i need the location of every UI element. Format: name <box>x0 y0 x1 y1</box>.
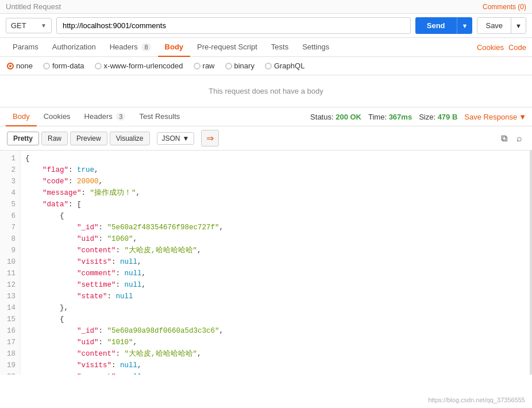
size-value: 479 B <box>438 113 458 121</box>
code-line: "visits": null, <box>25 256 525 268</box>
res-tab-cookies[interactable]: Cookies <box>37 107 78 126</box>
code-link[interactable]: Code <box>508 43 526 52</box>
save-button-group: Save ▼ <box>477 17 526 34</box>
save-dropdown-button[interactable]: ▼ <box>511 18 526 33</box>
viewer-toolbar: Pretty Raw Preview Visualize JSON ▼ ⇒ ⧉ … <box>0 126 532 151</box>
code-line: "content": "大哈皮,哈哈哈哈哈", <box>25 245 525 256</box>
url-input[interactable] <box>56 17 411 34</box>
radio-form-data-label: form-data <box>52 61 84 70</box>
radio-binary[interactable]: binary <box>225 61 255 70</box>
radio-graphql-label: GraphQL <box>274 61 304 70</box>
code-line: "content": "大哈皮,哈哈哈哈哈", <box>25 348 525 360</box>
response-tabs: Body Cookies Headers 3 Test Results Stat… <box>0 107 532 126</box>
viewer-toolbar-right: ⧉ ⌕ <box>498 132 525 145</box>
tab-headers[interactable]: Headers 8 <box>103 38 158 57</box>
status-label: Status: 200 OK <box>310 113 361 121</box>
radio-none[interactable]: none <box>7 61 33 70</box>
title-bar: Untitled Request Comments (0) <box>0 0 532 14</box>
code-line: { <box>25 210 525 222</box>
radio-raw-dot <box>194 63 201 70</box>
radio-graphql[interactable]: GraphQL <box>265 61 304 70</box>
code-line: "data": [ <box>25 199 525 210</box>
radio-none-label: none <box>16 61 33 70</box>
save-button[interactable]: Save <box>477 18 511 33</box>
radio-binary-dot <box>225 63 232 70</box>
res-tab-headers[interactable]: Headers 3 <box>78 107 133 126</box>
wrap-button[interactable]: ⇒ <box>201 130 219 147</box>
code-line: "_id": "5e60a2f48354676f98ec727f", <box>25 222 525 233</box>
status-value: 200 OK <box>336 113 361 121</box>
code-line: "flag": true, <box>25 164 525 176</box>
radio-form-data[interactable]: form-data <box>43 61 84 70</box>
code-line: { <box>25 153 525 164</box>
view-raw-button[interactable]: Raw <box>41 132 68 145</box>
code-line: "visits": null, <box>25 360 525 371</box>
code-line: "comment": null, <box>25 268 525 279</box>
code-line: "uid": "1010", <box>25 337 525 348</box>
radio-raw[interactable]: raw <box>194 61 215 70</box>
radio-urlencoded-label: x-www-form-urlencoded <box>104 61 183 70</box>
radio-binary-label: binary <box>234 61 255 70</box>
no-body-message: This request does not have a body <box>0 75 532 107</box>
radio-urlencoded-dot <box>95 63 102 70</box>
format-label: JSON <box>162 134 180 143</box>
search-button[interactable]: ⌕ <box>514 132 525 145</box>
format-chevron-icon: ▼ <box>183 134 190 143</box>
method-select[interactable]: GET ▼ <box>6 18 52 33</box>
code-line: "comment": null, <box>25 371 525 375</box>
code-line: { <box>25 314 525 325</box>
format-select[interactable]: JSON ▼ <box>157 132 195 145</box>
send-button[interactable]: Send <box>415 17 457 34</box>
radio-form-data-dot <box>43 63 50 70</box>
request-bar: GET ▼ Send ▼ Save ▼ <box>0 14 532 38</box>
response-status: Status: 200 OK Time: 367ms Size: 479 B S… <box>310 113 526 121</box>
code-content[interactable]: { "flag": true, "code": 20000, "message"… <box>21 151 530 375</box>
code-line: }, <box>25 302 525 314</box>
send-dropdown-button[interactable]: ▼ <box>457 17 473 34</box>
code-line: "_id": "5e60a90a98df0660a5d3c3c6", <box>25 325 525 337</box>
code-line: "state": null <box>25 291 525 302</box>
tab-params[interactable]: Params <box>6 38 45 57</box>
tab-body[interactable]: Body <box>158 38 191 57</box>
time-label: Time: 367ms <box>368 113 412 121</box>
tab-authorization[interactable]: Authorization <box>45 38 103 57</box>
view-pretty-button[interactable]: Pretty <box>7 132 39 145</box>
code-line: "settime": null, <box>25 279 525 291</box>
tab-settings[interactable]: Settings <box>295 38 336 57</box>
copy-button[interactable]: ⧉ <box>498 132 510 145</box>
radio-none-dot <box>7 63 14 70</box>
save-response-chevron-icon: ▼ <box>519 113 526 121</box>
radio-raw-label: raw <box>203 61 215 70</box>
method-chevron-icon: ▼ <box>41 22 47 29</box>
comments-link[interactable]: Comments (0) <box>483 3 526 11</box>
cookies-link[interactable]: Cookies <box>477 43 504 52</box>
send-button-group: Send ▼ <box>415 17 473 34</box>
radio-graphql-dot <box>265 63 272 70</box>
tab-pre-request[interactable]: Pre-request Script <box>190 38 264 57</box>
request-tabs: Params Authorization Headers 8 Body Pre-… <box>0 38 532 57</box>
code-line: "code": 20000, <box>25 176 525 187</box>
req-tabs-right: Cookies Code <box>477 43 526 52</box>
request-title: Untitled Request <box>6 2 61 11</box>
res-tab-test-results[interactable]: Test Results <box>132 107 187 126</box>
code-line: "message": "操作成功！", <box>25 187 525 199</box>
body-options: none form-data x-www-form-urlencoded raw… <box>0 57 532 75</box>
size-label: Size: 479 B <box>419 113 457 121</box>
res-tab-body[interactable]: Body <box>6 107 37 126</box>
radio-urlencoded[interactable]: x-www-form-urlencoded <box>95 61 183 70</box>
tab-tests[interactable]: Tests <box>264 38 295 57</box>
save-response-button[interactable]: Save Response ▼ <box>464 113 526 121</box>
line-numbers: 1234567891011121314151617181920212223242… <box>0 151 21 375</box>
code-container: 1234567891011121314151617181920212223242… <box>0 151 532 375</box>
view-visualize-button[interactable]: Visualize <box>110 132 150 145</box>
code-line: "uid": "1060", <box>25 233 525 245</box>
method-label: GET <box>11 21 26 30</box>
view-preview-button[interactable]: Preview <box>70 132 107 145</box>
time-value: 367ms <box>389 113 412 121</box>
